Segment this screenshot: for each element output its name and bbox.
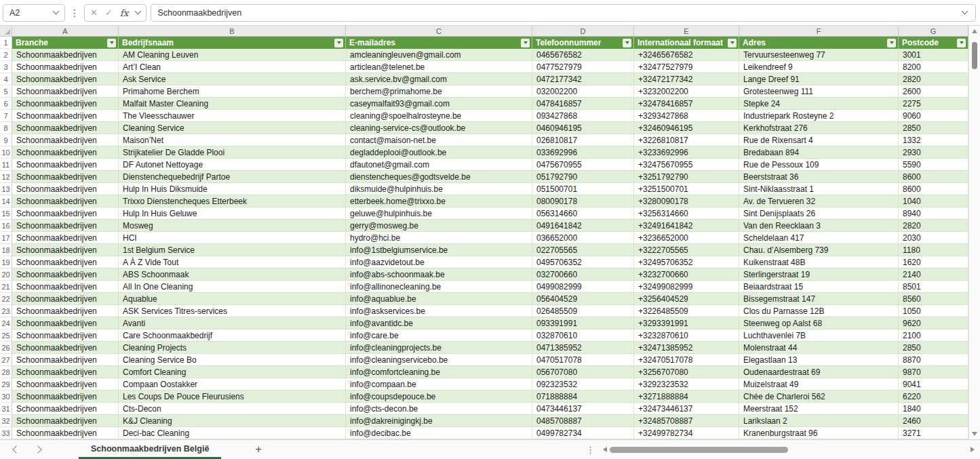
column-letter[interactable]: F xyxy=(739,26,899,36)
table-header-cell[interactable]: Adres xyxy=(739,37,899,49)
cell-bedrijfsnaam[interactable]: Cleaning Service Bo xyxy=(119,354,346,366)
name-box[interactable]: A2 xyxy=(3,4,65,22)
cell-adres[interactable]: Luchthavenlei 7B xyxy=(739,330,899,342)
cell-internationaal-formaat[interactable]: +3271888884 xyxy=(634,391,739,403)
cell-bedrijfsnaam[interactable]: ASK Services Titres-services xyxy=(119,305,346,317)
cell-internationaal-formaat[interactable]: +3232700660 xyxy=(634,268,739,281)
filter-button[interactable] xyxy=(957,39,966,47)
cell-postcode[interactable]: 8501 xyxy=(899,281,968,293)
cell-emailadres[interactable]: info@comfortcleaning.be xyxy=(346,366,532,378)
cell-branche[interactable]: Schoonmaakbedrijven xyxy=(12,293,119,305)
cell-bedrijfsnaam[interactable]: Cleaning Projects xyxy=(119,342,346,354)
cell-telefoonnummer[interactable]: 0475670955 xyxy=(532,159,634,171)
cell-adres[interactable]: Bissegemstraat 147 xyxy=(739,293,899,305)
cell-postcode[interactable]: 3271 xyxy=(899,427,968,439)
cell-emailadres[interactable]: info@care.be xyxy=(346,330,532,342)
cell-postcode[interactable]: 1180 xyxy=(899,244,968,256)
scroll-right-icon[interactable] xyxy=(971,447,975,452)
cell-internationaal-formaat[interactable]: +32499782734 xyxy=(634,427,739,439)
cell-adres[interactable]: Bredabaan 894 xyxy=(739,146,899,159)
cell-postcode[interactable]: 9620 xyxy=(899,317,968,330)
cell-bedrijfsnaam[interactable]: 1st Belgium Service xyxy=(119,244,346,256)
cell-emailadres[interactable]: cleaning@spoelhalrosteyne.be xyxy=(346,110,532,122)
filter-button[interactable] xyxy=(728,39,737,47)
vertical-scrollbar[interactable] xyxy=(968,26,980,439)
cell-postcode[interactable]: 5590 xyxy=(899,159,968,171)
cell-emailadres[interactable]: info@cleaningprojects.be xyxy=(346,342,532,354)
row-number[interactable]: 15 xyxy=(0,207,12,220)
row-number[interactable]: 6 xyxy=(0,98,12,110)
scroll-left-icon[interactable] xyxy=(603,447,607,452)
cell-postcode[interactable]: 1840 xyxy=(899,403,968,415)
cell-telefoonnummer[interactable]: 051500701 xyxy=(532,183,634,195)
cell-telefoonnummer[interactable]: 0478416857 xyxy=(532,98,634,110)
cell-bedrijfsnaam[interactable]: Trixxo Dienstencheques Etterbeek xyxy=(119,195,346,207)
cell-emailadres[interactable]: dfautonet@gmail.com xyxy=(346,159,532,171)
cell-postcode[interactable]: 2850 xyxy=(899,342,968,354)
cell-bedrijfsnaam[interactable]: Ask Service xyxy=(119,73,346,85)
cell-internationaal-formaat[interactable]: +3236652000 xyxy=(634,232,739,244)
cell-emailadres[interactable]: info@askservices.be xyxy=(346,305,532,317)
cell-telefoonnummer[interactable]: 032002200 xyxy=(532,85,634,98)
row-number[interactable]: 27 xyxy=(0,354,12,366)
cell-postcode[interactable]: 2275 xyxy=(899,98,968,110)
cell-bedrijfsnaam[interactable]: AM Cleaning Leuven xyxy=(119,49,346,61)
cell-branche[interactable]: Schoonmaakbedrijven xyxy=(12,73,119,85)
sheet-bar-kebab-icon[interactable]: ⋮ xyxy=(581,440,600,459)
table-header-cell[interactable]: Bedrijfsnaam xyxy=(119,37,346,49)
vertical-scrollbar-thumb[interactable] xyxy=(972,42,977,69)
cell-bedrijfsnaam[interactable]: Mosweg xyxy=(119,220,346,232)
column-letter[interactable]: A xyxy=(12,26,119,36)
insert-function-icon[interactable]: fx xyxy=(120,7,129,18)
row-number[interactable]: 20 xyxy=(0,268,12,281)
cell-telefoonnummer[interactable]: 071888884 xyxy=(532,391,634,403)
cell-telefoonnummer[interactable]: 032870610 xyxy=(532,330,634,342)
cell-branche[interactable]: Schoonmaakbedrijven xyxy=(12,391,119,403)
cell-telefoonnummer[interactable]: 056707080 xyxy=(532,366,634,378)
cell-telefoonnummer[interactable]: 0477527979 xyxy=(532,61,634,73)
cell-bedrijfsnaam[interactable]: Deci-bac Cleaning xyxy=(119,427,346,439)
add-sheet-button[interactable]: + xyxy=(248,440,269,459)
cell-bedrijfsnaam[interactable]: K&J Cleaning xyxy=(119,415,346,427)
cell-bedrijfsnaam[interactable]: Art’I Clean xyxy=(119,61,346,73)
cell-branche[interactable]: Schoonmaakbedrijven xyxy=(12,305,119,317)
cell-postcode[interactable]: 2820 xyxy=(899,220,968,232)
cell-branche[interactable]: Schoonmaakbedrijven xyxy=(12,366,119,378)
cell-postcode[interactable]: 8870 xyxy=(899,354,968,366)
cell-branche[interactable]: Schoonmaakbedrijven xyxy=(12,415,119,427)
cell-bedrijfsnaam[interactable]: ABS Schoonmaak xyxy=(119,268,346,281)
row-number[interactable]: 13 xyxy=(0,183,12,195)
row-number[interactable]: 21 xyxy=(0,281,12,293)
cell-adres[interactable]: Elegastlaan 13 xyxy=(739,354,899,366)
cell-telefoonnummer[interactable]: 0471385952 xyxy=(532,342,634,354)
cell-postcode[interactable]: 1040 xyxy=(899,195,968,207)
next-sheet-icon[interactable] xyxy=(34,445,41,453)
cell-emailadres[interactable]: info@decibac.be xyxy=(346,427,532,439)
cell-telefoonnummer[interactable]: 0499082999 xyxy=(532,281,634,293)
cell-emailadres[interactable]: diksmuide@hulpinhuis.be xyxy=(346,183,532,195)
cell-emailadres[interactable]: info@dakreinigingkj.be xyxy=(346,415,532,427)
cell-telefoonnummer[interactable]: 093427868 xyxy=(532,110,634,122)
cell-postcode[interactable]: 2930 xyxy=(899,146,968,159)
row-number[interactable]: 10 xyxy=(0,146,12,159)
cell-telefoonnummer[interactable]: 0485708887 xyxy=(532,415,634,427)
cell-bedrijfsnaam[interactable]: A À Z Vide Tout xyxy=(119,256,346,268)
cell-adres[interactable]: Beerststraat 36 xyxy=(739,171,899,183)
cell-telefoonnummer[interactable]: 0495706352 xyxy=(532,256,634,268)
column-letter[interactable]: C xyxy=(346,26,532,36)
cell-branche[interactable]: Schoonmaakbedrijven xyxy=(12,268,119,281)
cell-postcode[interactable]: 8600 xyxy=(899,183,968,195)
cell-adres[interactable]: Kranenburgstraat 96 xyxy=(739,427,899,439)
cell-postcode[interactable]: 2460 xyxy=(899,415,968,427)
cell-postcode[interactable]: 3001 xyxy=(899,49,968,61)
cell-internationaal-formaat[interactable]: +32471385952 xyxy=(634,342,739,354)
cell-emailadres[interactable]: caseymalfait93@gmail.com xyxy=(346,98,532,110)
cell-emailadres[interactable]: degladdeplooi@outlook.be xyxy=(346,146,532,159)
cell-internationaal-formaat[interactable]: +3280090178 xyxy=(634,195,739,207)
cell-postcode[interactable]: 8940 xyxy=(899,207,968,220)
cell-adres[interactable]: Rue de Rixensart 4 xyxy=(739,134,899,146)
cell-branche[interactable]: Schoonmaakbedrijven xyxy=(12,122,119,134)
cell-emailadres[interactable]: amcleaningleuven@gmail.com xyxy=(346,49,532,61)
cell-bedrijfsnaam[interactable]: Maison’Net xyxy=(119,134,346,146)
row-number[interactable]: 29 xyxy=(0,378,12,391)
